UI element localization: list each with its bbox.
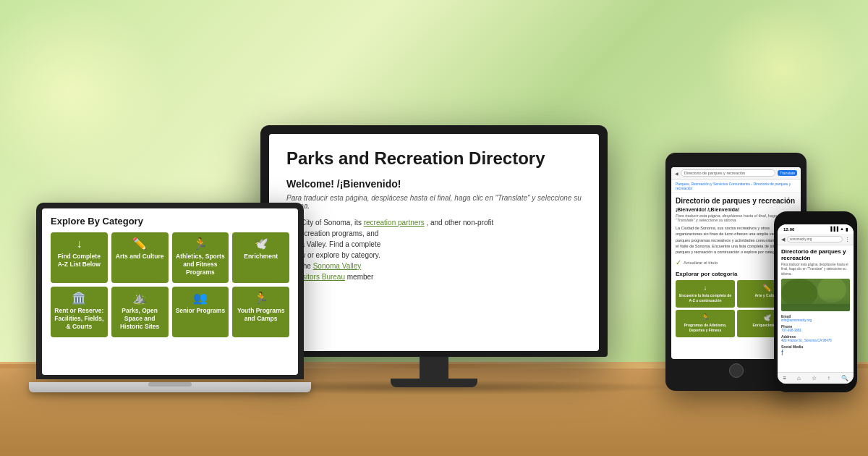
phone-frame: 12:00 ▐▐▐ ▲ ▮ ◀ sonomacity.org ⋮	[774, 211, 857, 392]
monitor-body-text2: , and other non-profit	[426, 219, 493, 227]
tablet-tile-athletics[interactable]: 🏃 Programas de Atletismo, Deportes y Fit…	[676, 310, 735, 337]
phone-signal-icon: ▐▐▐	[829, 227, 838, 232]
phone-wifi-icon: ▲	[840, 227, 844, 232]
tile-parks-icon: ⛰️	[132, 292, 147, 304]
tablet-url-bar[interactable]: Directorio de parques y recreación	[681, 169, 775, 177]
tile-arts-icon: ✏️	[132, 238, 147, 250]
tablet-tile-az[interactable]: ↓ Encuentre la lista completa de A-Z a c…	[676, 280, 735, 308]
tile-athletics[interactable]: 🏃 Athletics, Sports and Fitness Programs	[172, 232, 229, 283]
tile-arts[interactable]: ✏️ Arts and Culture	[111, 232, 169, 283]
phone-email-section: Email info@sonomacity.org	[781, 314, 850, 322]
phone-url-text: sonomacity.org	[790, 237, 812, 241]
monitor-rec-partners-link[interactable]: recreation partners	[364, 219, 425, 227]
tile-senior-icon: 👥	[193, 292, 208, 304]
phone-address-value: 423 France St., Sonoma CA 95476	[781, 339, 850, 342]
phone-content: Directorio de parques y recreación Para …	[778, 245, 854, 362]
tile-youth-icon: 🏃	[254, 292, 268, 304]
tablet-check-icon: ✓	[676, 258, 681, 266]
monitor-sv-link[interactable]: Sonoma Valley	[313, 262, 362, 270]
svg-rect-3	[781, 304, 850, 311]
tile-rent-icon: 🏛️	[72, 292, 86, 304]
phone-phone-section: Phone 707-938-3681	[781, 324, 850, 332]
tile-senior-label: Senior Programs	[176, 307, 226, 315]
phone-screen: 12:00 ▐▐▐ ▲ ▮ ◀ sonomacity.org ⋮	[778, 224, 854, 384]
tile-rent-label: Rent or Reserve: Facilities, Fields, & C…	[54, 307, 104, 331]
tile-az-label: Find Complete A-Z List Below	[54, 253, 104, 269]
laptop-base	[29, 382, 311, 392]
phone-email-value[interactable]: info@sonomacity.org	[781, 318, 850, 322]
phone-url-bar[interactable]: sonomacity.org	[787, 236, 843, 242]
phone-browser-bar: ◀ sonomacity.org ⋮	[778, 234, 854, 245]
tile-arts-label: Arts and Culture	[116, 253, 164, 261]
tablet-tile-athletics-label: Programas de Atletismo, Deportes y Fitne…	[678, 323, 732, 332]
phone-social-section: Social Media f	[781, 345, 850, 357]
phone-back-icon[interactable]: ◀	[781, 237, 785, 242]
laptop: Explore By Category ↓ Find Complete A-Z …	[36, 203, 311, 392]
tile-rent-reserve[interactable]: 🏛️ Rent or Reserve: Facilities, Fields, …	[51, 287, 108, 337]
monitor-content: Parks and Recreation Directory Welcome! …	[269, 134, 599, 297]
tablet-tile-enrichment-icon: 🕊️	[762, 313, 771, 321]
tile-parks-label: Parks, Open Space and Historic Sites	[115, 307, 165, 331]
scene: Parks and Recreation Directory Welcome! …	[0, 0, 868, 456]
phone-battery-icon: ▮	[846, 227, 848, 232]
phone-facebook-icon[interactable]: f	[781, 349, 850, 357]
phone-nav-home-icon[interactable]: ⌂	[797, 375, 801, 381]
tile-athletics-icon: 🏃	[193, 238, 208, 250]
category-grid: ↓ Find Complete A-Z List Below ✏️ Arts a…	[51, 232, 289, 337]
tile-youth-label: Youth Programs and Camps	[236, 307, 286, 323]
phone-phone-value[interactable]: 707-938-3681	[781, 329, 850, 332]
phone-status-icons: ▐▐▐ ▲ ▮	[829, 227, 848, 232]
monitor-body: The City of Sonoma, its recreation partn…	[286, 217, 582, 282]
monitor-screen: Parks and Recreation Directory Welcome! …	[269, 134, 599, 351]
monitor: Parks and Recreation Directory Welcome! …	[260, 125, 608, 387]
tile-enrichment-label: Enrichment	[244, 253, 278, 261]
tablet-check-text: Actualizar el título	[684, 261, 718, 265]
monitor-subtitle: Para traducir esta página, desplácese ha…	[286, 194, 582, 210]
phone-notch	[801, 216, 830, 222]
phone-nav-share-icon[interactable]: ↑	[827, 375, 830, 381]
phone-time: 12:00	[783, 227, 794, 232]
monitor-welcome: Welcome! /¡Bienvenido!	[286, 178, 582, 190]
tablet-tile-athletics-icon: 🏃	[701, 313, 710, 321]
tablet-breadcrumb: Parques, Recreación y Servicios Comunita…	[671, 180, 801, 193]
tile-parks[interactable]: ⛰️ Parks, Open Space and Historic Sites	[111, 287, 169, 337]
laptop-screen: Explore By Category ↓ Find Complete A-Z …	[42, 208, 298, 375]
monitor-stand-base	[391, 379, 477, 387]
tile-az-icon: ↓	[76, 238, 82, 250]
tablet-tile-az-label: Encuentre la lista completa de A-Z a con…	[678, 293, 732, 303]
phone-nav-menu-icon[interactable]: ≡	[783, 375, 786, 381]
tile-enrichment[interactable]: 🕊️ Enrichment	[232, 232, 289, 283]
tablet-page-title: Directorio de parques y recreación	[676, 197, 796, 205]
phone: 12:00 ▐▐▐ ▲ ▮ ◀ sonomacity.org ⋮	[774, 211, 857, 392]
laptop-content: Explore By Category ↓ Find Complete A-Z …	[42, 208, 298, 345]
tile-senior[interactable]: 👥 Senior Programs	[172, 287, 229, 337]
tablet-back-icon[interactable]: ◀	[675, 171, 678, 176]
monitor-frame: Parks and Recreation Directory Welcome! …	[260, 125, 608, 357]
tablet-tile-arts-icon: ✏️	[762, 284, 771, 292]
tablet-translate-button[interactable]: Translate	[778, 170, 797, 176]
phone-bottom-nav: ≡ ⌂ ☆ ↑ 🔍	[778, 372, 854, 384]
monitor-stand-neck	[420, 357, 448, 379]
phone-park-image	[781, 279, 850, 311]
tablet-tile-az-icon: ↓	[704, 284, 707, 292]
phone-menu-icon[interactable]: ⋮	[845, 237, 850, 242]
tile-youth[interactable]: 🏃 Youth Programs and Camps	[232, 287, 289, 337]
phone-page-title: Directorio de parques y recreación	[781, 248, 850, 261]
laptop-explore-title: Explore By Category	[51, 216, 289, 227]
svg-point-2	[817, 279, 846, 303]
tablet-browser-bar: ◀ Directorio de parques y recreación Tra…	[671, 167, 801, 180]
phone-status-bar: 12:00 ▐▐▐ ▲ ▮	[778, 224, 854, 234]
tablet-url-text: Directorio de parques y recreación	[684, 171, 745, 175]
monitor-body-text7: member	[347, 273, 374, 281]
phone-nav-star-icon[interactable]: ☆	[812, 375, 817, 381]
phone-body-text: Para traducir esta página, desplácese ha…	[781, 263, 850, 276]
tile-az-list[interactable]: ↓ Find Complete A-Z List Below	[51, 232, 108, 283]
svg-point-1	[781, 279, 817, 308]
phone-nav-search-icon[interactable]: 🔍	[841, 375, 848, 381]
monitor-page-title: Parks and Recreation Directory	[286, 148, 582, 169]
laptop-frame: Explore By Category ↓ Find Complete A-Z …	[36, 203, 304, 379]
tablet-home-button[interactable]	[729, 363, 744, 378]
tile-athletics-label: Athletics, Sports and Fitness Programs	[176, 253, 226, 276]
tile-enrichment-icon: 🕊️	[254, 238, 268, 250]
phone-address-section: Address 423 France St., Sonoma CA 95476	[781, 334, 850, 342]
